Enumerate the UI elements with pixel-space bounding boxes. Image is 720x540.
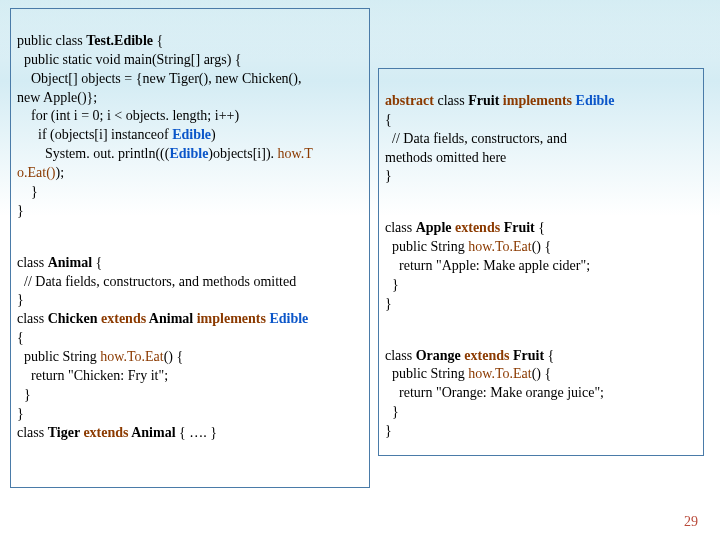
right-code-box: abstract class Fruit implements Edible {… [378,68,704,456]
txt: ) [211,127,216,142]
code-right: abstract class Fruit implements Edible {… [385,73,697,460]
txt: ); [55,165,64,180]
classname: Fruit [504,220,535,235]
txt: } [385,423,392,438]
code-columns: public class Test.Edible { public static… [10,8,710,488]
txt: methods omitted here [385,150,506,165]
type-edible: Edible [172,127,211,142]
kw-extends: extends [83,425,131,440]
classname: Test.Edible [86,33,153,48]
txt: for (int i = 0; i < objects. length; i++… [17,108,239,123]
txt: return "Apple: Make apple cider"; [385,258,590,273]
txt: () { [532,239,552,254]
classname: Tiger [48,425,84,440]
kw-abstract: abstract [385,93,438,108]
txt: )objects[i]). [208,146,277,161]
method: how.To.Eat [100,349,163,364]
classname: Animal [131,425,175,440]
page-number: 29 [684,514,698,530]
kw-extends: extends [101,311,149,326]
txt: return "Chicken: Fry it"; [17,368,168,383]
method: how.T [278,146,313,161]
method: how.To.Eat [468,366,531,381]
left-code-box: public class Test.Edible { public static… [10,8,370,488]
classname: Apple [416,220,455,235]
classname: Animal [149,311,197,326]
txt: public class [17,33,86,48]
txt: { [17,330,24,345]
gap [385,186,697,200]
txt: return "Orange: Make orange juice"; [385,385,604,400]
txt: } [17,203,24,218]
txt: { [92,255,102,270]
txt: { [385,112,392,127]
txt: } [17,184,38,199]
txt: public String [17,349,100,364]
txt: { [544,348,554,363]
method: o.Eat() [17,165,55,180]
classname: Chicken [48,311,101,326]
txt: } [17,406,24,421]
txt: System. out. println((( [17,146,169,161]
txt: class [385,220,416,235]
txt: } [385,296,392,311]
txt: public static void main(String[] args) { [17,52,242,67]
classname: Fruit [468,93,503,108]
txt: public String [385,239,468,254]
txt: } [17,292,24,307]
txt: } [385,277,399,292]
classname: Orange [416,348,465,363]
txt: class [17,425,48,440]
classname: Fruit [513,348,544,363]
code-left: public class Test.Edible { public static… [17,13,363,461]
txt: { [535,220,545,235]
txt: } [385,168,392,183]
kw-extends: extends [455,220,504,235]
txt: class [438,93,469,108]
txt: class [17,311,48,326]
txt: { …. } [176,425,217,440]
txt: () { [164,349,184,364]
txt: class [17,255,48,270]
txt: class [385,348,416,363]
txt: Object[] objects = {new Tiger(), new Chi… [17,71,301,86]
classname: Animal [48,255,92,270]
txt: } [17,387,31,402]
txt: { [153,33,163,48]
txt: () { [532,366,552,381]
gap [385,314,697,328]
kw-implements: implements [503,93,576,108]
type-edible: Edible [169,146,208,161]
type-edible: Edible [576,93,615,108]
method: how.To.Eat [468,239,531,254]
gap [17,221,363,235]
txt: } [385,404,399,419]
txt: public String [385,366,468,381]
txt: if (objects[i] instanceof [17,127,172,142]
kw-implements: implements [197,311,270,326]
kw-extends: extends [464,348,513,363]
txt: // Data fields, constructors, and [385,131,567,146]
txt: // Data fields, constructors, and method… [17,274,296,289]
type-edible: Edible [269,311,308,326]
txt: new Apple()}; [17,90,97,105]
